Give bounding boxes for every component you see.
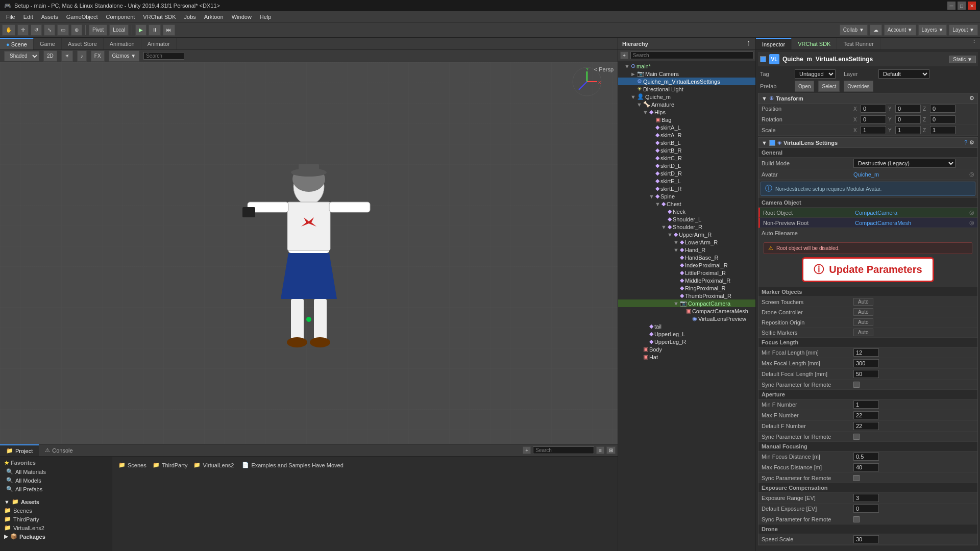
account-btn[interactable]: Account ▼ (884, 24, 916, 36)
vl-active-check[interactable] (769, 140, 775, 146)
aperture-sync-checkbox[interactable] (853, 434, 860, 440)
hierarchy-tail[interactable]: ► ◆ tail (618, 322, 755, 330)
non-preview-value[interactable]: CompactCameraMesh (855, 220, 969, 226)
hierarchy-add-btn[interactable]: + (620, 52, 628, 59)
coord-btn[interactable]: Local (109, 24, 129, 36)
root-object-link-icon[interactable]: ◎ (969, 209, 974, 216)
hierarchy-upperarm-r[interactable]: ▼ ◆ UpperArm_R (618, 231, 755, 238)
menu-arktoon[interactable]: Arktoon (200, 13, 228, 21)
inspector-menu-btn[interactable]: ⋮ (968, 38, 980, 49)
shading-dropdown[interactable]: Shaded (4, 51, 39, 61)
toolbar-move[interactable]: ✛ (17, 24, 29, 36)
hierarchy-quiche-m[interactable]: ▼ 👤 Quiche_m (618, 93, 755, 101)
tab-console[interactable]: ⚠Console (39, 444, 79, 456)
hierarchy-menu-btn[interactable]: ⋮ (746, 40, 751, 47)
vl-header[interactable]: ▼ ◈ VirtualLens Settings ? ⚙ (758, 138, 977, 148)
transform-settings-icon[interactable]: ⚙ (969, 95, 974, 102)
scale-y-input[interactable] (895, 126, 921, 134)
scene-search[interactable] (143, 52, 184, 60)
layout-btn[interactable]: Layout ▼ (949, 24, 978, 36)
transform-header[interactable]: ▼ ⊕ Transform ⚙ (758, 93, 977, 104)
tab-animation[interactable]: Animation (104, 38, 141, 49)
pivot-btn[interactable]: Pivot (89, 24, 107, 36)
virtuallens2-folder[interactable]: 📁VirtualLens2 (2, 523, 110, 532)
close-btn[interactable]: ✕ (968, 2, 976, 10)
virtuallens2-asset[interactable]: 📁VirtualLens2 (191, 461, 236, 469)
gizmos-btn[interactable]: Gizmos ▼ (109, 51, 140, 62)
hierarchy-vl-preview[interactable]: ► ◉ VirtualLensPreview (618, 315, 755, 322)
update-parameters-btn[interactable]: ⓘ Update Parameters (802, 257, 934, 282)
project-search[interactable] (533, 446, 594, 454)
pos-y-input[interactable] (895, 105, 921, 113)
default-exposure-input[interactable] (853, 505, 879, 513)
play-btn[interactable]: ▶ (135, 24, 146, 36)
menu-vrchat-sdk[interactable]: VRChat SDK (139, 13, 180, 21)
hierarchy-spine[interactable]: ▼ ◆ Spine (618, 192, 755, 200)
prefab-open-btn[interactable]: Open (795, 81, 814, 92)
hierarchy-middle[interactable]: ► ◆ MiddleProximal_R (618, 277, 755, 284)
fx-toggle[interactable]: FX (91, 51, 105, 62)
hierarchy-lowerarm-r[interactable]: ▼ ◆ LowerArm_R (618, 238, 755, 246)
hierarchy-compact-mesh[interactable]: ► ▣ CompactCameraMesh (618, 307, 755, 315)
all-models-item[interactable]: 🔍All Models (2, 476, 110, 485)
focal-sync-checkbox[interactable] (853, 382, 860, 388)
default-focal-input[interactable] (853, 370, 879, 378)
tab-inspector[interactable]: Inspector (756, 38, 792, 49)
menu-file[interactable]: File (2, 13, 19, 21)
hierarchy-skirte-l[interactable]: ► ◆ skirtE_L (618, 177, 755, 185)
rot-z-input[interactable] (930, 115, 955, 123)
rot-x-input[interactable] (861, 115, 886, 123)
all-prefabs-item[interactable]: 🔍All Prefabs (2, 485, 110, 493)
hierarchy-dir-light[interactable]: ► ☀ Directional Light (618, 85, 755, 93)
menu-edit[interactable]: Edit (19, 13, 37, 21)
hierarchy-skirtd-l[interactable]: ► ◆ skirtD_L (618, 162, 755, 169)
avatar-value[interactable]: Quiche_m (853, 171, 969, 178)
tab-vrchat-sdk[interactable]: VRChat SDK (792, 38, 837, 49)
hierarchy-little[interactable]: ► ◆ LittleProximal_R (618, 269, 755, 277)
build-mode-dropdown[interactable]: Destructive (Legacy) (853, 159, 955, 168)
hierarchy-skirta-r[interactable]: ► ◆ skirtA_R (618, 131, 755, 139)
add-project-btn[interactable]: + (523, 446, 531, 454)
toolbar-hand[interactable]: ✋ (2, 24, 15, 36)
avatar-link-icon[interactable]: ◎ (969, 171, 974, 178)
tab-animator[interactable]: Animator (141, 38, 177, 49)
thirdparty-folder[interactable]: 📁ThirdParty (2, 515, 110, 523)
menu-window[interactable]: Window (228, 13, 256, 21)
root-object-value[interactable]: CompactCamera (855, 210, 969, 216)
tag-dropdown[interactable]: Untagged (795, 69, 836, 79)
menu-assets[interactable]: Assets (37, 13, 62, 21)
vl-settings-icon[interactable]: ⚙ (969, 139, 974, 146)
hierarchy-hand-r[interactable]: ▼ ◆ Hand_R (618, 246, 755, 254)
hierarchy-compact-camera[interactable]: ▼ 📷 CompactCamera (618, 299, 755, 307)
hierarchy-index[interactable]: ► ◆ IndexProximal_R (618, 261, 755, 269)
hierarchy-virtual-lens-settings[interactable]: ► ⚙ Quiche_m_VirtualLensSettings (618, 78, 755, 85)
toolbar-rotate[interactable]: ↺ (31, 24, 42, 36)
toolbar-transform[interactable]: ⊕ (71, 24, 82, 36)
prefab-select-btn[interactable]: Select (818, 81, 840, 92)
toolbar-rect[interactable]: ▭ (57, 24, 69, 36)
audio-toggle[interactable]: ♪ (77, 51, 87, 62)
scale-x-input[interactable] (861, 126, 886, 134)
hierarchy-root[interactable]: ▼ ⊙ main* (618, 62, 755, 70)
rot-y-input[interactable] (895, 115, 921, 123)
hierarchy-ring[interactable]: ► ◆ RingProximal_R (618, 284, 755, 292)
pause-btn[interactable]: ⏸ (149, 24, 161, 36)
prefab-overrides-btn[interactable]: Overrides (844, 81, 873, 92)
min-focus-dist-input[interactable] (853, 453, 879, 461)
menu-gameobject[interactable]: GameObject (62, 13, 102, 21)
project-view-btn[interactable]: ≡ (596, 446, 604, 454)
hierarchy-upperleg-r[interactable]: ► ◆ UpperLeg_R (618, 338, 755, 345)
tab-game[interactable]: Game (34, 38, 62, 49)
min-f-input[interactable] (853, 400, 879, 409)
menu-jobs[interactable]: Jobs (180, 13, 200, 21)
tab-test-runner[interactable]: Test Runner (837, 38, 880, 49)
project-grid-btn[interactable]: ⊞ (606, 446, 616, 454)
examples-file[interactable]: 📄Examples and Samples Have Moved (238, 461, 347, 469)
hierarchy-handbase[interactable]: ► ◆ HandBase_R (618, 254, 755, 261)
hierarchy-skirtc-r[interactable]: ► ◆ skirtC_R (618, 154, 755, 162)
scale-z-input[interactable] (930, 126, 955, 134)
2d-btn[interactable]: 2D (43, 51, 57, 62)
tab-scene[interactable]: ● Scene (0, 38, 34, 49)
pos-x-input[interactable] (861, 105, 886, 113)
cloud-btn[interactable]: ☁ (870, 24, 882, 36)
